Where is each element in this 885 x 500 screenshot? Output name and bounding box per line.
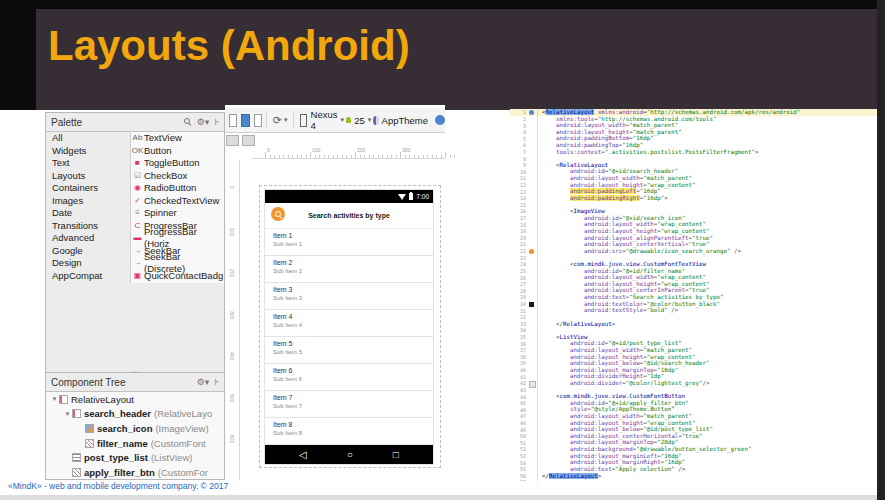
- line-number: 27: [510, 281, 528, 287]
- preview-list-item[interactable]: Item 8Sub Item 8: [265, 418, 433, 445]
- preview-list-item[interactable]: Item 2Sub Item 2: [265, 256, 433, 283]
- ruler-label: 200: [357, 147, 365, 153]
- chevron-down-icon: ▾: [284, 116, 288, 124]
- palette-component-radiobutton[interactable]: ◉RadioButton: [131, 182, 224, 195]
- line-number: 32: [510, 314, 528, 320]
- code-line-23: 23: [510, 254, 877, 261]
- line-number: 57: [510, 479, 528, 481]
- zoom-control-button[interactable]: [242, 135, 255, 146]
- device-preview[interactable]: 7:00 Search activities by type Item 1Sub…: [265, 190, 433, 464]
- tree-item-post_type_list[interactable]: post_type_list(ListView): [46, 450, 224, 465]
- preview-list-item[interactable]: Item 7Sub Item 7: [265, 391, 433, 418]
- xml-code-editor[interactable]: 1<RelativeLayout xmlns:android="http://s…: [510, 109, 877, 481]
- blueprint-view-icon[interactable]: [241, 114, 249, 127]
- code-line-28: 28 android:layout_centerInParent="true": [510, 287, 877, 294]
- palette-category-google[interactable]: Google: [46, 245, 130, 258]
- line-number: 49: [510, 427, 528, 433]
- component-tree-body: ▾RelativeLayout▾search_header(RelativeLa…: [46, 392, 224, 479]
- orientation-icon[interactable]: ⟳: [273, 114, 282, 127]
- code-line-19: 19 android:layout_height="wrap_content": [510, 228, 877, 235]
- home-icon[interactable]: ○: [347, 450, 353, 460]
- line-number: 7: [510, 149, 528, 155]
- tree-item-search_icon[interactable]: search_icon(ImageView): [46, 421, 224, 436]
- palette-component-seekbar-discrete-[interactable]: →SeekBar (Discrete): [131, 257, 224, 270]
- preview-item-subtitle: Sub Item 1: [273, 239, 433, 247]
- preview-item-title: Item 4: [273, 310, 433, 320]
- palette-title: Palette: [51, 117, 82, 128]
- palette-category-text[interactable]: Text: [46, 157, 130, 170]
- ruler-label: 300: [402, 147, 410, 153]
- palette-category-date[interactable]: Date: [46, 207, 130, 220]
- preview-list-item[interactable]: Item 3Sub Item 3: [265, 283, 433, 310]
- palette-component-spinner[interactable]: ≡Spinner: [131, 207, 224, 220]
- tree-item-filter_name[interactable]: filter_name(CustomFont: [46, 436, 224, 451]
- tree-item-apply_filter_btn[interactable]: apply_filter_btn(CustomFor: [46, 465, 224, 479]
- palette-component-progressbar-horiz[interactable]: ▬ProgressBar (Horiz: [131, 232, 224, 245]
- code-line-17: 17 android:id="@+id/search_icon": [510, 215, 877, 222]
- dock-pin-icon[interactable]: ⊦: [214, 117, 219, 127]
- line-number: 29: [510, 294, 528, 300]
- gear-icon[interactable]: ⚙▾: [197, 377, 210, 387]
- palette-category-design[interactable]: Design: [46, 257, 130, 270]
- code-line-29: 29 android:text="Search activities by ty…: [510, 294, 877, 301]
- device-selector[interactable]: Nexus 4: [311, 109, 338, 131]
- line-number: 39: [510, 360, 528, 366]
- line-number: 45: [510, 400, 528, 406]
- locale-globe-icon[interactable]: [435, 115, 445, 125]
- code-line-25: 25 android:id="@+id/filter_name": [510, 268, 877, 275]
- palette-category-appcompat[interactable]: AppCompat: [46, 270, 130, 283]
- preview-list-item[interactable]: Item 6Sub Item 6: [265, 364, 433, 391]
- line-number: 19: [510, 228, 528, 234]
- tree-item-search_header[interactable]: ▾search_header(RelativeLayo: [46, 407, 224, 422]
- back-icon[interactable]: ◁: [299, 450, 307, 460]
- palette-component-label: Button: [144, 145, 171, 158]
- recents-icon[interactable]: □: [393, 450, 399, 460]
- palette-category-images[interactable]: Images: [46, 195, 130, 208]
- line-number: 53: [510, 453, 528, 459]
- gear-icon[interactable]: ⚙▾: [197, 117, 210, 127]
- ruler-label: 300: [229, 311, 235, 319]
- palette-component-quickcontactbadg[interactable]: ▣QuickContactBadg: [131, 270, 224, 283]
- preview-search-header[interactable]: Search activities by type: [265, 203, 433, 229]
- palette-component-button[interactable]: OKButton: [131, 145, 224, 158]
- palette-component-checkedtextview[interactable]: ✓CheckedTextView: [131, 195, 224, 208]
- preview-list-item[interactable]: Item 4Sub Item 4: [265, 310, 433, 337]
- search-icon[interactable]: [184, 118, 192, 126]
- code-line-37: 37 android:layout_width="match_parent": [510, 347, 877, 354]
- tree-item-relativelayout[interactable]: ▾RelativeLayout: [46, 392, 224, 407]
- expander-icon[interactable]: ▾: [63, 410, 72, 418]
- palette-component-togglebutton[interactable]: ■ToggleButton: [131, 157, 224, 170]
- code-line-2: 2 xmlns:tools="http://schemas.android.co…: [510, 116, 877, 123]
- palette-category-widgets[interactable]: Widgets: [46, 145, 130, 158]
- preview-item-title: Item 3: [273, 283, 433, 293]
- theme-selector[interactable]: AppTheme: [382, 115, 428, 126]
- preview-nav-bar: ◁ ○ □: [265, 445, 433, 464]
- palette-category-layouts[interactable]: Layouts: [46, 170, 130, 183]
- palette-component-textview[interactable]: AbTextView: [131, 132, 224, 145]
- palette-components: AbTextViewOKButton■ToggleButton☑CheckBox…: [131, 132, 224, 283]
- design-view-icon[interactable]: [229, 114, 237, 127]
- palette-category-advanced[interactable]: Advanced: [46, 232, 130, 245]
- palette-component-checkbox[interactable]: ☑CheckBox: [131, 170, 224, 183]
- code-line-34: 34: [510, 327, 877, 334]
- zoom-control-button[interactable]: [226, 135, 239, 146]
- both-views-icon[interactable]: [254, 114, 262, 127]
- design-toolbar: ⟳ ▾ Nexus 4 ▾ 25 ▾ AppTheme: [225, 108, 445, 133]
- line-number: 22: [510, 248, 528, 254]
- tree-item-type: (ListView): [151, 452, 193, 463]
- customfont-icon: [72, 468, 81, 477]
- preview-list-item[interactable]: Item 1Sub Item 1: [265, 229, 433, 256]
- palette-component-ratingbar[interactable]: ★RatingBar: [131, 282, 224, 283]
- dock-pin-icon[interactable]: ⊦: [214, 377, 219, 387]
- preview-item-title: Item 1: [273, 229, 433, 239]
- expander-icon[interactable]: ▾: [50, 395, 59, 403]
- code-line-14: 14 android:paddingRight="16dp">: [510, 195, 877, 202]
- code-line-27: 27 android:layout_height="wrap_content": [510, 281, 877, 288]
- palette-category-all[interactable]: All: [46, 132, 130, 145]
- palette-category-transitions[interactable]: Transitions: [46, 220, 130, 233]
- palette-category-containers[interactable]: Containers: [46, 182, 130, 195]
- ruler-label: 0: [267, 147, 270, 153]
- preview-list-item[interactable]: Item 5Sub Item 5: [265, 337, 433, 364]
- tree-item-type: (ImageView): [155, 423, 208, 434]
- api-selector[interactable]: 25: [354, 115, 365, 126]
